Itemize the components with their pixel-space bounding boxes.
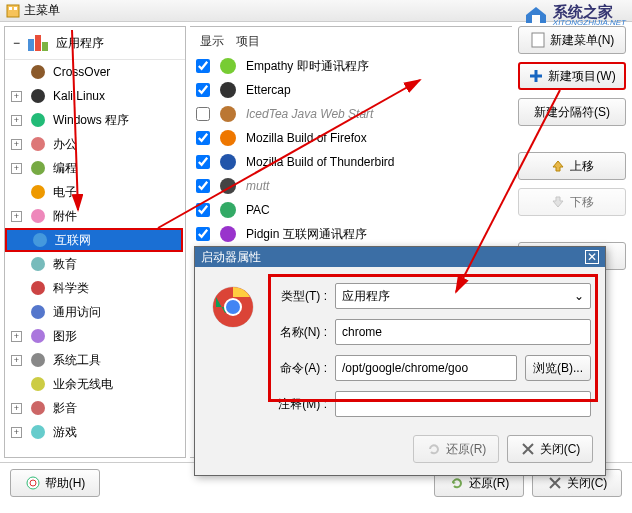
svg-rect-30	[532, 33, 544, 47]
app-item[interactable]: PAC	[196, 198, 506, 222]
expand-icon[interactable]: +	[11, 355, 22, 366]
expand-icon[interactable]: +	[11, 139, 22, 150]
show-checkbox[interactable]	[196, 227, 210, 241]
tree-item-1[interactable]: +Kali Linux	[29, 84, 185, 108]
tree-item-label: 附件	[53, 208, 77, 225]
new-sep-button[interactable]: 新建分隔符(S)	[518, 98, 626, 126]
comment-input[interactable]	[335, 391, 591, 417]
tree-item-label: 科学类	[53, 280, 89, 297]
app-item[interactable]: Mozilla Build of Thunderbird	[196, 150, 506, 174]
tree-root[interactable]: − 应用程序	[5, 27, 185, 60]
app-item[interactable]: mutt	[196, 174, 506, 198]
app-icon	[218, 152, 238, 172]
watermark-text: 系统之家	[553, 4, 626, 19]
tree-item-8[interactable]: 教育	[29, 252, 185, 276]
tree-item-15[interactable]: +游戏	[29, 420, 185, 444]
tree-item-14[interactable]: +影音	[29, 396, 185, 420]
show-checkbox[interactable]	[196, 59, 210, 73]
svg-point-21	[31, 425, 45, 439]
app-icon	[218, 224, 238, 244]
expand-icon[interactable]: −	[13, 36, 20, 50]
chrome-icon[interactable]	[209, 283, 257, 331]
app-label: Mozilla Build of Firefox	[246, 131, 367, 145]
category-icon	[29, 183, 47, 201]
svg-point-8	[31, 113, 45, 127]
expand-icon[interactable]: +	[11, 403, 22, 414]
apps-icon	[26, 33, 50, 53]
tree-item-7[interactable]: +互联网	[5, 228, 183, 252]
tree-item-10[interactable]: 通用访问	[29, 300, 185, 324]
down-label: 下移	[570, 194, 594, 211]
show-checkbox[interactable]	[196, 203, 210, 217]
plus-icon	[528, 68, 544, 84]
show-checkbox[interactable]	[196, 107, 210, 121]
category-icon	[29, 111, 47, 129]
help-button[interactable]: 帮助(H)	[10, 469, 100, 497]
category-icon	[29, 327, 47, 345]
expand-icon[interactable]: +	[11, 427, 22, 438]
expand-icon[interactable]: +	[11, 163, 22, 174]
new-sep-label: 新建分隔符(S)	[534, 104, 610, 121]
category-tree[interactable]: − 应用程序 CrossOver+Kali Linux+Windows 程序+办…	[4, 26, 186, 458]
expand-icon[interactable]: +	[11, 115, 22, 126]
show-checkbox[interactable]	[196, 83, 210, 97]
show-checkbox[interactable]	[196, 155, 210, 169]
tree-item-label: 游戏	[53, 424, 77, 441]
app-item[interactable]: IcedTea Java Web Start	[196, 102, 506, 126]
type-select[interactable]: 应用程序⌄	[335, 283, 591, 309]
col-item: 项目	[236, 33, 260, 50]
tree-item-13[interactable]: 业余无线电	[29, 372, 185, 396]
restore-label: 还原(R)	[469, 475, 510, 492]
tree-item-6[interactable]: +附件	[29, 204, 185, 228]
app-item[interactable]: Pidgin 互联网通讯程序	[196, 222, 506, 246]
new-item-button[interactable]: 新建项目(W)	[518, 62, 626, 90]
show-checkbox[interactable]	[196, 179, 210, 193]
name-input[interactable]	[335, 319, 591, 345]
move-up-button[interactable]: 上移	[518, 152, 626, 180]
tree-item-11[interactable]: +图形	[29, 324, 185, 348]
up-icon	[550, 158, 566, 174]
expand-icon[interactable]: +	[11, 211, 22, 222]
cmd-input[interactable]	[335, 355, 517, 381]
dialog-close-icon[interactable]: ✕	[585, 250, 599, 264]
app-icon	[6, 4, 20, 18]
expand-icon[interactable]: +	[11, 91, 22, 102]
svg-point-7	[31, 89, 45, 103]
category-icon	[31, 231, 49, 249]
category-icon	[29, 375, 47, 393]
tree-item-9[interactable]: 科学类	[29, 276, 185, 300]
tree-item-3[interactable]: +办公	[29, 132, 185, 156]
dialog-title: 启动器属性	[201, 249, 261, 266]
tree-item-0[interactable]: CrossOver	[29, 60, 185, 84]
dialog-close-button[interactable]: 关闭(C)	[507, 435, 593, 463]
tree-root-label: 应用程序	[56, 35, 104, 52]
app-icon	[218, 80, 238, 100]
app-item[interactable]: Ettercap	[196, 78, 506, 102]
tree-item-4[interactable]: +编程	[29, 156, 185, 180]
show-checkbox[interactable]	[196, 131, 210, 145]
tree-item-label: 图形	[53, 328, 77, 345]
dialog-revert-button[interactable]: 还原(R)	[413, 435, 499, 463]
new-menu-button[interactable]: 新建菜单(N)	[518, 26, 626, 54]
new-menu-label: 新建菜单(N)	[550, 32, 615, 49]
move-down-button[interactable]: 下移	[518, 188, 626, 216]
tree-item-5[interactable]: 电子	[29, 180, 185, 204]
tree-item-2[interactable]: +Windows 程序	[29, 108, 185, 132]
tree-item-label: 系统工具	[53, 352, 101, 369]
svg-point-28	[220, 202, 236, 218]
app-label: mutt	[246, 179, 269, 193]
tree-item-label: 通用访问	[53, 304, 101, 321]
tree-item-12[interactable]: +系统工具	[29, 348, 185, 372]
expand-icon[interactable]: +	[11, 331, 22, 342]
svg-point-13	[33, 233, 47, 247]
app-label: Pidgin 互联网通讯程序	[246, 226, 367, 243]
app-label: Ettercap	[246, 83, 291, 97]
category-icon	[29, 63, 47, 81]
up-label: 上移	[570, 158, 594, 175]
browse-button[interactable]: 浏览(B)...	[525, 355, 591, 381]
app-item[interactable]: Mozilla Build of Firefox	[196, 126, 506, 150]
svg-point-14	[31, 257, 45, 271]
tree-item-label: Kali Linux	[53, 89, 105, 103]
app-item[interactable]: Empathy 即时通讯程序	[196, 54, 506, 78]
watermark: 系统之家 XITONGZHIJIA.NET	[523, 2, 626, 28]
